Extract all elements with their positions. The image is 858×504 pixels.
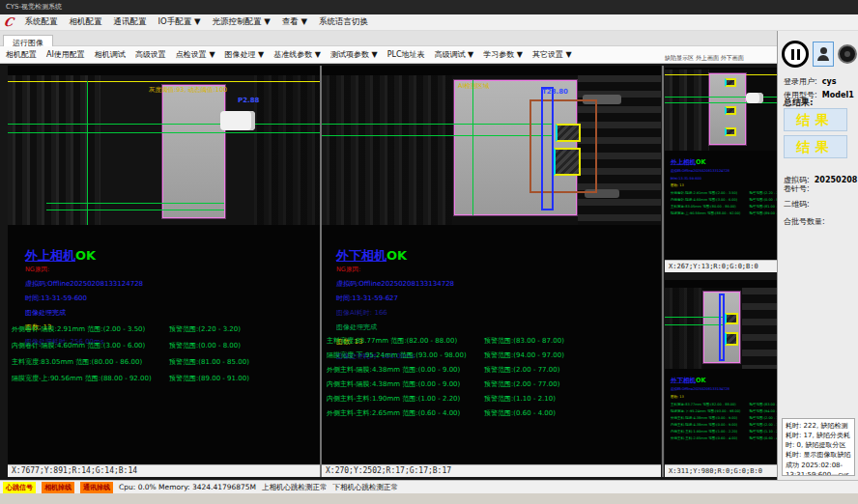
measurement-row: 内侧主料-隔膜:4.38mm 范围:(0.00 - 9.00)预警范围:(2.0… [327,379,659,389]
measurement-value: 隔膜宽度-上:90.56mm 范围:(88.00 - 92.00) [12,374,169,383]
measurement-row: 外侧主料-隔膜:4.38mm 范围:(0.00 - 9.00)预警范围:(2.0… [671,415,777,420]
tool-plc-address[interactable]: PLC地址表 [387,49,425,60]
camera-offline-badge: 相机掉线 [42,482,74,493]
measurement-warning: 预警范围:(0.00 - 8.00) [750,198,778,203]
tool-advanced-debug[interactable]: 高级调试 ▼ [435,49,474,60]
menu-comm-config[interactable]: 通讯配置 [114,16,147,28]
measurement-value: 内侧主料-主料:1.90mm 范围:(1.00 - 2.20) [671,429,750,434]
defect-box-yellow [556,124,581,142]
knob-icon[interactable] [838,44,857,64]
result-display-2: 结果 [784,135,847,158]
menu-system-config[interactable]: 系统配置 [25,16,58,28]
measurement-warning: 预警范围:(81.00 - 85.00) [169,357,249,367]
product-roi-rect [162,85,225,218]
tool-image-processing[interactable]: 图像处理 ▼ [225,49,265,60]
menu-light-config[interactable]: 光源控制配置 ▼ [213,16,271,28]
batch-count-label: 合批号数量: [784,216,825,227]
measurement-row: 隔膜宽度-下:95.24mm 范围:(93.00 - 98.00)预警范围:(9… [671,408,777,413]
camera-image-upper[interactable]: 灰度阈值:93, 动态阈值:100 P2.88 [8,75,320,225]
threshold-overlay-label: 灰度阈值:93, 动态阈值:100 [149,86,227,95]
ai-elapsed-line: 图像AI耗时: 166 [336,308,655,318]
measurement-warning: 预警范围:(2.20 - 3.20) [750,191,778,196]
camera-panel-upper: 灰度阈值:93, 动态阈值:100 P2.88 外上相机OK NG原因: 虚拟码… [8,66,320,477]
measurement-value: 主料宽度:83.77mm 范围:(82.00 - 88.00) [327,336,484,346]
tool-baseline-params[interactable]: 基准线参数 ▼ [273,49,321,60]
camera-title: 外上相机 [671,158,696,166]
tool-spotcheck-settings[interactable]: 点检设置 ▼ [176,49,215,60]
user-body [817,55,829,61]
processing-done-line: 图像处理完成 [25,308,315,318]
measurement-row: 内侧主料-主料:1.90mm 范围:(1.00 - 2.20)预警范围:(1.1… [671,429,777,434]
control-panel: 登录用户: cys 使用型号: Model1 总结果: 结果 结果 虚拟码: 2… [777,31,858,480]
tab-row: 运行图像 [0,31,777,46]
machine-background [742,288,777,369]
menu-io-config[interactable]: IO手配置 ▼ [158,16,201,28]
tool-other-settings[interactable]: 其它设置 ▼ [532,49,572,60]
panel-separator [662,66,664,477]
tool-camera-config[interactable]: 相机配置 [6,49,37,60]
defect-thumbnail-upper[interactable]: 外上相机OK 虚拟码:Offline20250208133124728 时间:1… [665,68,777,272]
measurement-list-lower: 主料宽度:83.77mm 范围:(82.00 - 88.00)预警范围:(83.… [327,336,659,418]
defect-display-header: 缺陷显示区 外上画面 外下画面 [665,54,744,63]
measurement-row: 主料宽度:83.77mm 范围:(82.00 - 88.00)预警范围:(83.… [671,402,777,406]
tool-test-params[interactable]: 测试项参数 ▼ [330,49,378,60]
measurement-row: 内侧主料-隔膜:4.38mm 范围:(0.00 - 9.00)预警范围:(2.0… [671,422,777,427]
tool-advanced-settings[interactable]: 高级设置 [135,49,166,60]
tool-learning-params[interactable]: 学习参数 ▼ [483,49,523,60]
camera-ok-status: OK [386,248,407,263]
user-icon[interactable] [813,42,834,67]
machine-background [665,70,709,151]
pause-bar [791,49,794,60]
pause-icon[interactable] [782,41,809,68]
measure-line-green [46,203,224,204]
machine-background [665,288,703,369]
defect-box-yellow [725,313,738,324]
measurement-row: 外侧卷针-隔膜:2.91mm 范围:(2.00 - 3.50)预警范围:(2.2… [12,324,317,334]
measurement-warning: 预警范围:(2.00 - 77.00) [750,422,778,427]
camera-panel-lower: AI检测区域 T23.80 外下相机OK NG原因: 虚拟码:Offline20… [322,66,661,477]
connector-part [746,93,763,103]
app-logo-icon: C [3,15,15,29]
control-buttons [782,41,858,68]
thumbnail-image-lower [665,288,777,369]
menu-camera-config[interactable]: 相机配置 [70,16,102,28]
camera-result-line: 外下相机OK [671,375,777,384]
measurement-warning: 预警范围:(1.10 - 2.10) [750,429,778,434]
measurement-value: 外侧主料-隔膜:4.38mm 范围:(0.00 - 9.00) [671,415,750,420]
detect-region-rect-brown [529,99,597,193]
tool-camera-debug[interactable]: 相机调试 [95,49,126,60]
measurement-warning: 预警范围:(2.00 - 77.00) [484,379,559,389]
app-window: CYS-视觉检测系统 C 系统配置 相机配置 通讯配置 IO手配置 ▼ 光源控制… [0,0,858,504]
measurement-warning: 预警范围:(1.10 - 2.10) [484,394,556,404]
measurement-value: 内侧卷针-隔膜:4.60mm 范围:(3.00 - 6.00) [12,341,169,350]
menu-view[interactable]: 查看 ▼ [282,16,307,28]
measurement-warning: 预警范围:(94.00 - 97.00) [750,408,778,413]
log-textarea[interactable]: 耗时: 222, 缺陷检测耗时: 17, 缺陷分类耗时: 0, 缺陷提取分区耗时… [782,418,855,476]
measurement-warning: 预警范围:(2.20 - 3.20) [169,324,241,334]
menu-language-switch[interactable]: 系统语言切换 [319,16,368,28]
measurement-row: 隔膜宽度-上:90.56mm 范围:(88.00 - 92.00)预警范围:(8… [671,211,777,216]
measurement-row: 外侧卷针-隔膜:2.91mm 范围:(2.00 - 3.50)预警范围:(2.2… [671,191,777,196]
measurement-warning: 预警范围:(89.00 - 91.00) [750,211,778,216]
measurement-warning: 预警范围:(89.00 - 91.00) [169,374,249,383]
measurement-value: 外侧主料-主料:2.65mm 范围:(0.60 - 4.00) [671,435,750,440]
defect-thumbnail-lower[interactable]: 外下相机OK 虚拟码:Offline20250208133134728 图数: … [665,280,777,477]
measurement-warning: 预警范围:(0.00 - 8.00) [169,341,241,350]
measure-line-green [322,124,554,125]
camera-image-lower[interactable]: AI检测区域 T23.80 [322,75,661,225]
camera-result-line: 外下相机OK [336,245,655,265]
thumbnail-text-upper: 外上相机OK 虚拟码:Offline20250208133124728 时间:1… [671,156,777,216]
measurement-row: 隔膜宽度-上:90.56mm 范围:(88.00 - 92.00)预警范围:(8… [12,374,317,383]
measurement-list-upper: 外侧卷针-隔膜:2.91mm 范围:(2.00 - 3.50)预警范围:(2.2… [12,324,317,383]
pixel-status-lower: X:270;Y:2502;R:17;G:17;B:17 [322,464,661,477]
camera-ok-status: OK [696,158,706,166]
time-line: 时间:13-31-59-600 [25,294,315,303]
measure-line-green [665,324,723,325]
window-title: CYS-视觉检测系统 [6,3,62,11]
toolbar: 相机配置 AI使用配置 相机调试 高级设置 点检设置 ▼ 图像处理 ▼ 基准线参… [0,46,777,64]
measure-line-green [8,124,320,125]
tool-ai-config[interactable]: AI使用配置 [46,49,85,60]
measurement-row: 内侧卷针-隔膜:4.60mm 范围:(3.00 - 6.00)预警范围:(0.0… [12,341,317,350]
virtual-code-line: 虚拟码:Offline20250208133124728 [25,279,315,289]
model-value: Model1 [822,91,854,99]
